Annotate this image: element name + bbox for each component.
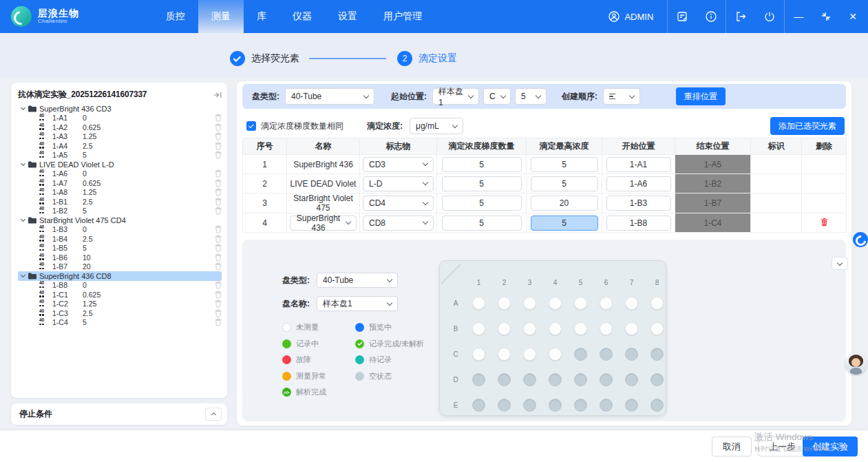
marker-select[interactable]: CD8 [363,216,434,231]
start-plate-select[interactable]: 样本盘1 [432,88,479,105]
nav-item-4[interactable]: 仪器 [279,0,325,33]
delete-item-button[interactable] [215,142,222,150]
well-C8[interactable] [650,348,664,361]
delete-item-button[interactable] [215,235,222,243]
delete-item-button[interactable] [215,309,222,317]
add-fluorophore-button[interactable]: 添加已选荧光素 [770,117,845,135]
well-A5[interactable] [574,297,587,310]
well-C6[interactable] [600,348,613,361]
well-D2[interactable] [498,373,511,386]
stop-condition-collapse-button[interactable] [205,408,222,421]
tree-item[interactable]: 401-C10.625 [18,290,222,300]
well-E8[interactable] [650,399,664,412]
tree-item[interactable]: 401-A42.5 [18,141,222,151]
gradient-count-input[interactable]: 5 [442,216,522,231]
tree-group[interactable]: SuperBright 436 CD8 [18,271,222,281]
delete-item-button[interactable] [215,207,222,215]
tree-item[interactable]: 401-A55 [18,151,222,160]
delete-item-button[interactable] [215,291,222,299]
nav-item-3[interactable]: 库 [244,0,279,33]
max-concentration-input[interactable]: 5 [531,157,598,172]
delete-item-button[interactable] [215,253,222,262]
logout-button[interactable] [726,11,755,22]
delete-item-button[interactable] [215,198,222,206]
marker-select[interactable]: L-D [363,176,434,191]
delete-item-button[interactable] [215,281,222,289]
delete-item-button[interactable] [215,132,222,140]
nav-item-5[interactable]: 设置 [325,0,370,33]
delete-item-button[interactable] [215,244,222,252]
delete-item-button[interactable] [215,262,222,271]
concentration-unit-select[interactable]: μg/mL [410,118,463,134]
well-B7[interactable] [625,322,638,335]
tree-group[interactable]: StarBright Violet 475 CD4 [18,216,222,225]
well-B5[interactable] [574,322,587,335]
tree-group[interactable]: LIVE DEAD Violet L-D [18,160,222,169]
well-D1[interactable] [472,373,485,386]
gradient-count-input[interactable]: 5 [442,196,522,211]
delete-row-button[interactable] [821,218,828,227]
well-C7[interactable] [625,348,638,361]
well-C2[interactable] [498,348,511,361]
assistant-avatar[interactable] [845,353,867,375]
user-menu[interactable]: ADMIN [595,11,667,22]
close-button[interactable]: ✕ [840,12,868,21]
delete-item-button[interactable] [215,300,222,308]
well-C5[interactable] [574,348,587,361]
tree-item[interactable]: 401-A81.25 [18,188,222,198]
marker-select[interactable]: CD3 [363,157,434,172]
gradient-count-input[interactable]: 5 [442,176,522,191]
well-E6[interactable] [600,399,613,412]
start-position-input[interactable]: 1-B8 [606,216,671,231]
tree-item[interactable]: 401-A70.625 [18,178,222,188]
well-E5[interactable] [574,399,587,412]
well-E2[interactable] [498,399,511,412]
tree-item[interactable]: 401-A20.625 [18,123,222,132]
nav-item-1[interactable]: 质控 [153,0,198,33]
panel-plate-type-select[interactable]: 40-Tube [317,273,398,288]
well-D4[interactable] [549,373,562,386]
well-A1[interactable] [472,297,485,310]
well-D8[interactable] [650,373,664,386]
name-select[interactable]: SuperBright 436 [290,216,357,231]
well-C3[interactable] [523,348,536,361]
nav-item-2[interactable]: 测量 [198,0,244,33]
tree-item[interactable]: 401-A10 [18,114,222,123]
well-B3[interactable] [523,322,536,335]
well-E3[interactable] [523,399,536,412]
well-B4[interactable] [549,322,562,335]
well-B6[interactable] [600,322,613,335]
start-position-input[interactable]: 1-A1 [606,157,671,172]
plate-type-select[interactable]: 40-Tube [285,88,374,105]
delete-item-button[interactable] [215,318,222,326]
max-concentration-input[interactable]: 5 [531,216,598,231]
minimize-button[interactable]: — [785,12,812,21]
well-E1[interactable] [472,399,485,412]
delete-item-button[interactable] [215,151,222,159]
well-C1[interactable] [472,348,485,361]
tree-item[interactable]: 401-B42.5 [18,234,222,244]
max-concentration-input[interactable]: 20 [531,196,598,211]
collapse-panel-icon[interactable] [213,92,222,98]
marker-select[interactable]: CD4 [363,196,434,211]
delete-item-button[interactable] [215,179,222,187]
well-A7[interactable] [625,297,638,310]
create-experiment-button[interactable]: 创建实验 [803,437,858,456]
well-D3[interactable] [523,373,536,386]
well-B2[interactable] [498,322,511,335]
prev-step-button[interactable]: 上一步 [758,437,807,456]
rearrange-button[interactable]: 重排位置 [676,87,726,105]
well-D5[interactable] [574,373,587,386]
tree-item[interactable]: 401-C21.25 [18,300,222,309]
power-button[interactable] [755,11,784,22]
max-concentration-input[interactable]: 5 [531,176,598,191]
tree-item[interactable]: 401-B80 [18,281,222,291]
well-D6[interactable] [600,373,613,386]
gradient-count-input[interactable]: 5 [442,157,522,172]
cancel-button[interactable]: 取消 [712,437,752,456]
well-A6[interactable] [600,297,613,310]
create-order-select[interactable] [603,88,640,105]
start-col-select[interactable]: 5 [515,88,547,105]
tree-item[interactable]: 401-B610 [18,253,222,262]
tree-group[interactable]: SuperBright 436 CD3 [18,104,222,114]
